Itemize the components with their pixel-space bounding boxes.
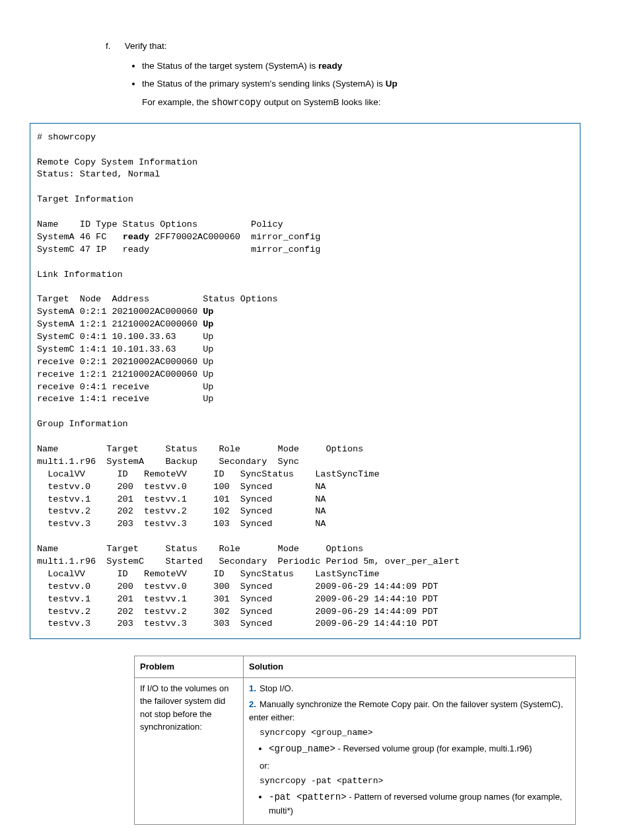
bullet-text: the Status of the primary system's sendi… [142, 79, 386, 89]
fe-cmd: showrcopy [211, 97, 262, 108]
sol-bullet-code: -pat <pattern> [269, 792, 347, 802]
sol-step-2: 2.Manually synchronize the Remote Copy p… [249, 698, 570, 817]
table-row: If I/O to the volumes on the failover sy… [135, 677, 576, 825]
step-marker: f. [106, 40, 122, 53]
sol-text: Stop I/O. [260, 683, 293, 693]
fe-post: output on SystemB looks like: [262, 97, 381, 107]
verify-bullets: the Status of the target system (SystemA… [142, 59, 574, 91]
problem-solution-table: Problem Solution If I/O to the volumes o… [134, 656, 576, 825]
step-f: f. Verify that: [106, 40, 574, 53]
solution-cell: 1.Stop I/O. 2.Manually synchronize the R… [244, 677, 576, 825]
terminal-output: # showrcopy Remote Copy System Informati… [30, 123, 580, 640]
fe-pre: For example, the [142, 97, 211, 107]
bullet-text: the Status of the target system (SystemA… [142, 61, 318, 71]
bullet-item: the Status of the primary system's sendi… [142, 77, 574, 91]
sol-code: syncrcopy -pat <pattern> [260, 775, 570, 788]
problem-cell: If I/O to the volumes on the failover sy… [135, 677, 244, 825]
sol-code: syncrcopy <group_name> [260, 726, 570, 740]
sol-bullet-text: - Reversed volume group (for example, mu… [335, 744, 532, 753]
for-example-line: For example, the showrcopy output on Sys… [142, 96, 574, 110]
sol-bullet: <group_name> - Reversed volume group (fo… [269, 742, 570, 756]
sol-bullet-code: <group_name> [269, 744, 335, 754]
sol-step-1: 1.Stop I/O. [249, 682, 570, 695]
sol-bullet: -pat <pattern> - Pattern of reversed vol… [269, 790, 570, 818]
step-text: Verify that: [125, 41, 167, 51]
sol-or: or: [260, 759, 570, 773]
terminal-pre: # showrcopy Remote Copy System Informati… [37, 132, 573, 631]
bullet-bold: Up [386, 79, 398, 89]
bullet-item: the Status of the target system (SystemA… [142, 59, 574, 73]
bullet-bold: ready [318, 61, 342, 71]
th-problem: Problem [135, 656, 244, 678]
th-solution: Solution [244, 656, 576, 678]
sol-text: Manually synchronize the Remote Copy pai… [249, 699, 563, 722]
